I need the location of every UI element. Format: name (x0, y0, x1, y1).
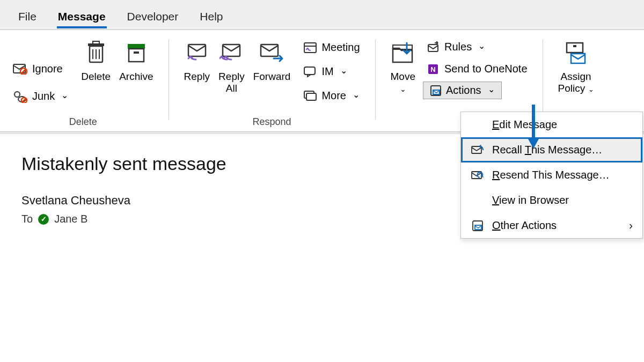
forward-button[interactable]: Forward (249, 36, 295, 128)
more-label: More (321, 90, 346, 102)
trash-icon (85, 39, 107, 68)
to-label: To (21, 213, 33, 225)
other-actions-icon (471, 220, 485, 232)
actions-label: Actions (446, 84, 481, 97)
onenote-button[interactable]: N Send to OneNote (423, 60, 532, 78)
forward-icon (259, 39, 286, 68)
onenote-icon: N (427, 63, 440, 75)
view-browser-label: View in Browser (492, 194, 569, 206)
tab-file[interactable]: File (8, 5, 47, 29)
archive-label: Archive (119, 71, 153, 83)
reply-all-label: Reply All (218, 71, 245, 94)
reply-label: Reply (184, 71, 210, 83)
move-label: Move⌄ (391, 71, 415, 94)
tab-developer[interactable]: Developer (116, 5, 189, 29)
assign-policy-label: Assign Policy ⌄ (558, 71, 594, 94)
reply-all-icon (219, 39, 243, 68)
ignore-button[interactable]: Ignore (9, 60, 72, 78)
menu-other-actions[interactable]: Other Actions › (461, 213, 642, 238)
svg-text:N: N (430, 65, 435, 73)
svg-rect-12 (93, 41, 99, 44)
ignore-label: Ignore (32, 63, 63, 75)
im-label: IM (321, 65, 333, 78)
menu-view-in-browser[interactable]: View in Browser (461, 188, 642, 213)
rules-icon (427, 41, 440, 53)
policy-icon (564, 39, 588, 68)
tab-message[interactable]: Message (47, 5, 116, 29)
actions-icon (430, 85, 442, 97)
menu-recall-message[interactable]: Recall This Message… (461, 137, 642, 162)
ignore-icon (13, 63, 28, 75)
move-icon (391, 39, 415, 68)
chat-icon (303, 66, 317, 78)
onenote-label: Send to OneNote (444, 63, 528, 75)
chevron-right-icon: › (629, 219, 633, 232)
arrow-annotation (528, 105, 539, 150)
group-respond-label: Respond (177, 116, 368, 128)
delete-button[interactable]: Delete (77, 36, 115, 128)
rules-button[interactable]: Rules (423, 38, 532, 56)
svg-rect-31 (573, 45, 576, 47)
group-delete-label: Delete (5, 116, 161, 128)
recall-icon (471, 145, 485, 156)
tab-bar: File Message Developer Help (0, 0, 644, 30)
calendar-icon (303, 41, 317, 54)
group-delete: Ignore Junk Delete Archive (5, 36, 161, 128)
resend-icon (471, 170, 485, 181)
archive-icon (126, 39, 147, 68)
separator (375, 40, 376, 120)
svg-rect-14 (129, 49, 144, 62)
svg-point-3 (14, 92, 20, 97)
more-icon (303, 90, 317, 102)
tab-help[interactable]: Help (189, 5, 233, 29)
meeting-button[interactable]: Meeting (299, 38, 364, 57)
recipient-name: Jane B (54, 213, 87, 225)
actions-dropdown: Edit Message Recall This Message… Resend… (460, 112, 643, 239)
reply-button[interactable]: Reply (180, 36, 215, 128)
separator (169, 40, 169, 120)
edit-message-label: Edit Message (492, 119, 557, 131)
group-respond: Reply Reply All Forward Meetin (177, 36, 368, 128)
svg-rect-21 (304, 67, 315, 75)
junk-icon (13, 90, 28, 103)
move-button[interactable]: Move⌄ (386, 36, 420, 128)
junk-label: Junk (32, 90, 55, 102)
other-actions-label: Other Actions (492, 219, 557, 232)
svg-rect-13 (128, 44, 145, 49)
presence-icon (38, 214, 49, 225)
svg-rect-29 (433, 90, 440, 94)
reply-all-button[interactable]: Reply All (214, 36, 249, 128)
svg-marker-38 (528, 139, 539, 149)
svg-rect-23 (306, 93, 316, 100)
svg-rect-30 (567, 43, 583, 53)
menu-resend-message[interactable]: Resend This Message… (461, 162, 642, 188)
svg-rect-25 (428, 45, 438, 51)
separator (543, 40, 543, 120)
svg-rect-15 (134, 51, 139, 54)
svg-rect-36 (475, 225, 481, 230)
forward-label: Forward (253, 71, 291, 83)
actions-button[interactable]: Actions (423, 82, 502, 99)
im-button[interactable]: IM (299, 62, 364, 81)
more-button[interactable]: More (299, 86, 364, 105)
recall-message-label: Recall This Message… (492, 144, 602, 156)
delete-label: Delete (81, 71, 111, 83)
rules-label: Rules (444, 41, 472, 53)
reply-icon (185, 39, 209, 68)
svg-rect-19 (304, 43, 316, 53)
menu-edit-message[interactable]: Edit Message (461, 112, 642, 137)
junk-button[interactable]: Junk (9, 87, 72, 106)
resend-message-label: Resend This Message… (492, 169, 610, 181)
archive-button[interactable]: Archive (115, 36, 157, 128)
meeting-label: Meeting (321, 41, 360, 54)
